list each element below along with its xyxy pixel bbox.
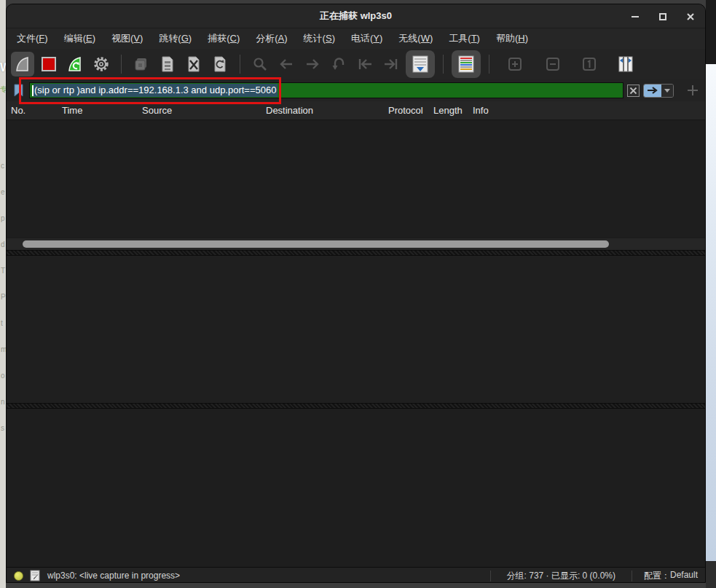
clear-filter-button[interactable] xyxy=(627,85,640,97)
packet-list-header: No. Time Source Destination Protocol Len… xyxy=(7,101,705,120)
menu-telephony[interactable]: 电话(Y) xyxy=(351,32,382,45)
zoom-100-button[interactable] xyxy=(578,52,601,77)
filter-bookmark-button[interactable] xyxy=(11,83,25,98)
menubar: 文件(F) 编辑(E) 视图(V) 跳转(G) 捕获(C) 分析(A) 统计(S… xyxy=(7,28,705,49)
column-header-no[interactable]: No. xyxy=(11,105,25,116)
zoom-100-icon xyxy=(582,57,597,71)
start-capture-icon xyxy=(14,55,31,73)
column-header-source[interactable]: Source xyxy=(142,105,172,116)
start-capture-button[interactable] xyxy=(11,52,34,77)
menu-view[interactable]: 视图(V) xyxy=(111,32,143,45)
apply-filter-combo xyxy=(643,84,674,98)
zoom-in-icon xyxy=(508,57,522,71)
display-filter-value: (sip or rtp )and ip.addr==192.168.1.3 an… xyxy=(34,84,278,97)
find-packet-icon xyxy=(252,56,268,72)
restart-capture-button[interactable] xyxy=(63,52,87,77)
desktop-backdrop-left: W 专 cepdTPtmons xyxy=(0,0,6,588)
auto-scroll-button[interactable] xyxy=(406,50,435,78)
menu-tools[interactable]: 工具(T) xyxy=(449,32,480,45)
menu-go[interactable]: 跳转(G) xyxy=(159,32,192,45)
minimize-icon xyxy=(632,16,639,17)
resize-columns-icon xyxy=(617,55,634,73)
close-file-button[interactable] xyxy=(182,52,205,77)
column-header-protocol[interactable]: Protocol xyxy=(388,105,423,116)
reload-file-icon xyxy=(211,55,229,73)
column-header-length[interactable]: Length xyxy=(433,105,463,116)
stop-capture-icon xyxy=(41,56,57,72)
open-file-button[interactable] xyxy=(130,52,153,77)
close-icon xyxy=(686,12,695,21)
menu-wireless[interactable]: 无线(W) xyxy=(398,32,433,45)
column-header-info[interactable]: Info xyxy=(473,105,489,116)
go-first-packet-icon xyxy=(356,58,374,71)
minimize-button[interactable] xyxy=(629,11,641,23)
filter-history-dropdown[interactable] xyxy=(661,85,673,97)
packet-details-pane[interactable] xyxy=(7,256,705,403)
toolbar-separator xyxy=(121,55,122,74)
horizontal-scrollbar-thumb[interactable] xyxy=(23,240,609,248)
menu-file[interactable]: 文件(F) xyxy=(17,32,48,45)
profile-label: 配置： xyxy=(644,570,670,582)
toolbar-separator xyxy=(489,55,489,74)
capture-status-text: wlp3s0: <live capture in progress> xyxy=(47,571,180,581)
reload-file-button[interactable] xyxy=(208,52,232,77)
main-toolbar xyxy=(7,49,705,79)
backdrop-text-fragment: cepdTPtmons xyxy=(1,153,6,442)
window-title: 正在捕获 wlp3s0 xyxy=(320,9,392,23)
filter-bar: (sip or rtp )and ip.addr==192.168.1.3 an… xyxy=(7,79,705,101)
titlebar[interactable]: 正在捕获 wlp3s0 xyxy=(7,4,705,28)
desktop-backdrop-right xyxy=(706,0,716,588)
toolbar-separator xyxy=(443,55,444,74)
go-back-button[interactable] xyxy=(275,52,298,77)
go-first-packet-button[interactable] xyxy=(353,52,377,77)
capture-comment-icon[interactable] xyxy=(30,570,41,581)
zoom-out-icon xyxy=(546,57,560,71)
restart-capture-icon xyxy=(66,55,84,73)
capture-options-gear-icon xyxy=(93,55,110,73)
toolbar-separator xyxy=(240,55,240,74)
go-to-packet-button[interactable] xyxy=(327,52,350,77)
go-last-packet-button[interactable] xyxy=(379,52,403,77)
maximize-icon xyxy=(659,13,666,20)
column-header-time[interactable]: Time xyxy=(62,105,82,116)
maximize-button[interactable] xyxy=(657,11,669,23)
capture-options-button[interactable] xyxy=(90,52,113,77)
bookmark-icon xyxy=(13,84,24,97)
go-forward-button[interactable] xyxy=(301,52,324,77)
packet-count-summary: 分组: 737 · 已显示: 0 (0.0%) xyxy=(491,570,632,582)
display-filter-input[interactable]: (sip or rtp )and ip.addr==192.168.1.3 an… xyxy=(29,82,623,98)
find-packet-button[interactable] xyxy=(248,52,272,77)
backdrop-text-fragment: 专 xyxy=(0,85,6,95)
expert-info-icon[interactable] xyxy=(14,571,23,581)
status-bar: wlp3s0: <live capture in progress> 分组: 7… xyxy=(7,567,705,583)
menu-statistics[interactable]: 统计(S) xyxy=(304,32,335,45)
open-file-icon xyxy=(133,55,150,73)
packet-list-pane[interactable] xyxy=(7,120,705,238)
column-header-destination[interactable]: Destination xyxy=(266,105,313,116)
save-file-button[interactable] xyxy=(156,52,179,77)
add-filter-button[interactable] xyxy=(686,84,699,97)
zoom-out-button[interactable] xyxy=(541,52,564,77)
apply-arrow-icon xyxy=(647,87,658,94)
go-back-icon xyxy=(278,58,295,71)
colorize-icon xyxy=(457,55,475,74)
stop-capture-button[interactable] xyxy=(37,52,60,77)
packet-bytes-pane[interactable] xyxy=(7,409,705,567)
menu-capture[interactable]: 捕获(C) xyxy=(208,32,240,45)
horizontal-scrollbar[interactable] xyxy=(7,238,705,250)
menu-analyze[interactable]: 分析(A) xyxy=(256,32,287,45)
pane-splitter-2[interactable] xyxy=(7,403,705,409)
pane-splitter-1[interactable] xyxy=(7,250,705,256)
close-button[interactable] xyxy=(685,11,696,23)
profile-section[interactable]: 配置： Default xyxy=(632,570,705,582)
colorize-button[interactable] xyxy=(452,50,481,78)
chevron-down-icon xyxy=(664,89,670,93)
resize-columns-button[interactable] xyxy=(614,52,637,77)
backdrop-text-fragment: W xyxy=(0,61,6,74)
menu-edit[interactable]: 编辑(E) xyxy=(64,32,95,45)
menu-help[interactable]: 帮助(H) xyxy=(496,32,528,45)
apply-filter-button[interactable] xyxy=(644,85,661,97)
clear-filter-x-icon xyxy=(629,87,637,95)
auto-scroll-icon xyxy=(412,55,429,74)
zoom-in-button[interactable] xyxy=(503,52,527,77)
